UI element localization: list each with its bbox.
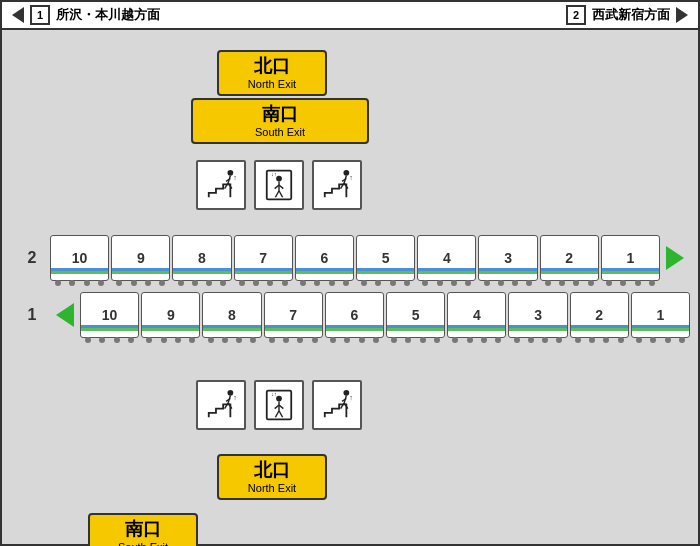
- wheel: [220, 280, 226, 286]
- train2-car: 3: [478, 235, 537, 281]
- wheel: [69, 280, 75, 286]
- train2-car: 8: [172, 235, 231, 281]
- wheel: [161, 337, 167, 343]
- wheel: [114, 337, 120, 343]
- car-number: 5: [412, 308, 420, 322]
- car-wheels: [142, 337, 199, 343]
- train1-car: 3: [508, 292, 567, 338]
- stairs-up2-icon-box: ↑: [196, 380, 246, 430]
- wheel: [267, 280, 273, 286]
- wheel: [618, 337, 624, 343]
- arrow-green-right-icon: [666, 246, 684, 270]
- train1-car: 1: [631, 292, 690, 338]
- car-number: 4: [443, 251, 451, 265]
- wheel: [208, 337, 214, 343]
- svg-text:↓↑: ↓↑: [271, 391, 277, 397]
- wheel: [495, 337, 501, 343]
- wheel: [484, 280, 490, 286]
- car-number: 1: [657, 308, 665, 322]
- wheel: [236, 337, 242, 343]
- wheel: [253, 280, 259, 286]
- wheel: [297, 337, 303, 343]
- wheel: [452, 337, 458, 343]
- car-wheels: [509, 337, 566, 343]
- svg-line-11: [275, 191, 279, 197]
- wheel: [606, 280, 612, 286]
- train1-row: 1 10 9 8: [2, 292, 698, 338]
- svg-text:↑: ↑: [233, 173, 237, 182]
- wheel: [665, 337, 671, 343]
- top-bar: 1 所沢・本川越方面 2 西武新宿方面: [2, 2, 698, 30]
- car-wheels: [387, 337, 444, 343]
- wheel: [178, 280, 184, 286]
- icons-top-row: ↑ ↓↑: [196, 160, 362, 210]
- car-wheels: [571, 337, 628, 343]
- wheel: [545, 280, 551, 286]
- north-exit-bottom-jp: 北口: [229, 460, 315, 482]
- wheel: [131, 280, 137, 286]
- north-exit-top-en: North Exit: [229, 78, 315, 90]
- arrow-right-icon: [676, 7, 688, 23]
- car-stripe: [448, 325, 505, 331]
- wheel: [206, 280, 212, 286]
- south-exit-bottom: 南口 South Exit: [88, 513, 198, 546]
- train2-car: 2: [540, 235, 599, 281]
- train2-car: 10: [50, 235, 109, 281]
- wheel: [146, 337, 152, 343]
- svg-text:↑: ↑: [349, 173, 353, 182]
- wheel: [422, 280, 428, 286]
- wheel: [145, 280, 151, 286]
- north-exit-top-jp: 北口: [229, 56, 315, 78]
- car-number: 2: [595, 308, 603, 322]
- wheel: [481, 337, 487, 343]
- train1-car: 8: [202, 292, 261, 338]
- wheel: [55, 280, 61, 286]
- wheel: [85, 337, 91, 343]
- car-number: 5: [382, 251, 390, 265]
- train1-car: 6: [325, 292, 384, 338]
- car-number: 7: [289, 308, 297, 322]
- car-stripe: [357, 268, 414, 274]
- wheel: [375, 280, 381, 286]
- car-stripe: [418, 268, 475, 274]
- car-number: 10: [102, 308, 118, 322]
- wheel: [636, 337, 642, 343]
- svg-text:↑: ↑: [349, 393, 353, 402]
- car-stripe: [602, 268, 659, 274]
- car-wheels: [541, 280, 598, 286]
- wheel: [512, 280, 518, 286]
- wheel: [222, 337, 228, 343]
- car-number: 8: [228, 308, 236, 322]
- south-exit-top-en: South Exit: [203, 126, 357, 138]
- wheel: [361, 280, 367, 286]
- car-number: 2: [565, 251, 573, 265]
- wheel: [420, 337, 426, 343]
- train1-car: 2: [570, 292, 629, 338]
- wheel: [635, 280, 641, 286]
- screen: 1 所沢・本川越方面 2 西武新宿方面 北口 North Exit 南口 Sou…: [0, 0, 700, 546]
- svg-point-7: [276, 176, 282, 182]
- train1-cars: 10 9 8: [80, 292, 690, 338]
- svg-text:↑: ↑: [233, 393, 237, 402]
- north-exit-bottom: 北口 North Exit: [217, 454, 327, 500]
- svg-line-32: [279, 411, 283, 417]
- train1-car: 4: [447, 292, 506, 338]
- wheel: [589, 337, 595, 343]
- car-stripe: [235, 268, 292, 274]
- car-wheels: [326, 337, 383, 343]
- elevator-icon-box: ↓↑: [254, 160, 304, 210]
- wheel: [467, 337, 473, 343]
- wheel: [542, 337, 548, 343]
- arrow-left-icon: [12, 7, 24, 23]
- car-stripe: [173, 268, 230, 274]
- train2-car: 5: [356, 235, 415, 281]
- south-exit-top-jp: 南口: [203, 104, 357, 126]
- platform2-num: 2: [18, 249, 46, 267]
- wheel: [649, 280, 655, 286]
- svg-point-34: [343, 390, 349, 396]
- wheel: [437, 280, 443, 286]
- car-stripe: [571, 325, 628, 331]
- train1-car: 7: [264, 292, 323, 338]
- car-wheels: [203, 337, 260, 343]
- platform2-direction: 2 西武新宿方面: [566, 5, 688, 25]
